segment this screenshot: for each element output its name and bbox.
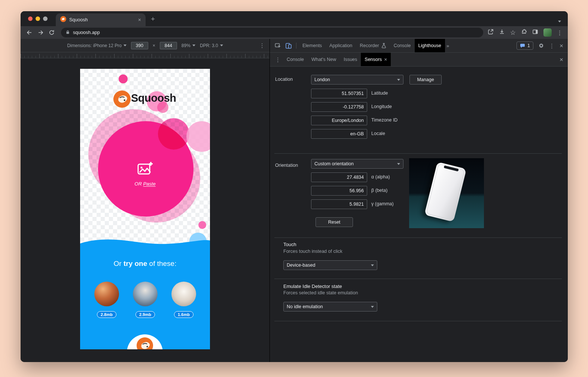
location-select[interactable]: London (311, 75, 403, 85)
orientation-select[interactable]: Custom orientation (311, 159, 403, 169)
redpanda-thumb-image[interactable] (94, 282, 119, 306)
dpr-select[interactable]: DPR: 3.0 (200, 43, 223, 48)
reset-button[interactable]: Reset (316, 217, 353, 227)
browser-tab[interactable]: Squoosh × (56, 13, 146, 26)
sensors-panel: Location London Manage 51.507351 Latitud… (270, 67, 568, 362)
manage-button[interactable]: Manage (409, 75, 442, 85)
side-panel-icon[interactable] (532, 29, 538, 36)
sample-image-phone[interactable]: 1.6mb (171, 282, 196, 318)
paste-link[interactable]: Paste (143, 181, 155, 187)
tab-lighthouse[interactable]: Lighthouse (415, 39, 445, 52)
address-bar[interactable]: squoosh.app (61, 28, 483, 37)
sample-image-redpanda[interactable]: 2.8mb (94, 282, 119, 318)
blue-wave (80, 237, 210, 248)
device-ruler (21, 52, 269, 58)
squoosh-bottom-logo-icon (137, 337, 153, 349)
close-window-button[interactable] (28, 16, 33, 21)
profile-avatar[interactable] (543, 28, 552, 37)
bookmark-star-icon[interactable]: ☆ (510, 30, 516, 36)
device-toolbar-menu-kebab-icon[interactable]: ⋮ (259, 42, 265, 49)
location-label: Location (275, 77, 293, 82)
device-width-input[interactable]: 390 (131, 42, 148, 49)
size-badge: 1.6mb (174, 311, 194, 318)
latitude-label: Latitude (371, 91, 388, 96)
beta-input[interactable]: 56.956 (311, 186, 367, 196)
more-tabs-chevron-icon[interactable]: » (445, 43, 451, 49)
size-badge: 2.8mb (97, 311, 116, 318)
device-toolbar-toggle-icon[interactable] (283, 42, 294, 49)
devtools-tab-bar: Elements Application Recorder Console Li… (270, 39, 568, 53)
tab-elements[interactable]: Elements (299, 39, 326, 52)
settings-gear-icon[interactable] (538, 43, 544, 49)
tab-application[interactable]: Application (326, 39, 356, 52)
inspect-icon[interactable] (273, 42, 283, 49)
idle-detector-select[interactable]: No idle emulation (283, 302, 377, 312)
drawer-close-icon[interactable]: × (560, 56, 563, 63)
device-dimensions-select[interactable]: Dimensions: iPhone 12 Pro (67, 43, 126, 48)
gamma-input[interactable]: 5.9821 (311, 199, 367, 209)
device-height-input[interactable]: 844 (160, 42, 177, 49)
forward-button[interactable] (36, 30, 45, 36)
timezone-input[interactable]: Europe/London (311, 116, 367, 125)
drawer-tab-whats-new[interactable]: What's New (308, 53, 340, 66)
touch-select[interactable]: Device-based (283, 260, 377, 270)
devtools-menu-kebab-icon[interactable]: ⋮ (549, 43, 555, 49)
tab-recorder[interactable]: Recorder (356, 39, 390, 52)
phone-thumb-image[interactable] (171, 282, 196, 306)
section-separator (274, 321, 562, 321)
open-in-new-icon[interactable] (488, 29, 494, 36)
tab-console[interactable]: Console (390, 39, 415, 52)
longitude-input[interactable]: -0.127758 (311, 102, 367, 112)
devtools-close-icon[interactable]: × (560, 43, 563, 49)
tab-search-chevron-icon[interactable] (558, 17, 561, 24)
drawer-tab-issues[interactable]: Issues (340, 53, 361, 66)
reload-button[interactable] (47, 30, 57, 36)
devtools-pane: Elements Application Recorder Console Li… (270, 39, 568, 362)
tab-close-icon[interactable]: × (138, 17, 141, 22)
download-icon[interactable] (499, 29, 505, 36)
main-area: Dimensions: iPhone 12 Pro 390 × 844 89% … (21, 39, 568, 362)
idle-detector-description: Forces selected idle state emulation (283, 290, 358, 295)
alpha-input[interactable]: 27.4834 (311, 172, 367, 182)
sensors-tab-close-icon[interactable]: × (384, 57, 387, 62)
lock-icon (65, 30, 70, 36)
console-messages-badge[interactable]: 1 (517, 42, 533, 50)
phone-3d-model (424, 162, 467, 222)
drawer-tab-console[interactable]: Console (283, 53, 308, 66)
device-emulation-pane: Dimensions: iPhone 12 Pro 390 × 844 89% … (21, 39, 270, 362)
extensions-puzzle-icon[interactable] (521, 29, 527, 36)
minimize-window-button[interactable] (36, 16, 40, 21)
sample-image-dog[interactable]: 2.9mb (133, 282, 158, 318)
back-button[interactable] (24, 30, 34, 36)
drawer-tab-sensors[interactable]: Sensors × (361, 53, 391, 66)
add-image-icon[interactable] (137, 160, 153, 179)
or-label: OR (134, 181, 143, 187)
url-text: squoosh.app (73, 30, 100, 35)
touch-description: Forces touch instead of click (283, 249, 342, 254)
dog-thumb-image[interactable] (133, 282, 158, 306)
zoom-select[interactable]: 89% (182, 43, 195, 48)
pink-blob-right-1 (158, 118, 189, 150)
squoosh-favicon-icon (60, 16, 66, 24)
or-paste-text: OR Paste (80, 181, 210, 187)
drawer-menu-kebab-icon[interactable]: ⋮ (273, 57, 283, 62)
timezone-label: Timezone ID (371, 117, 397, 123)
locale-input[interactable]: en-GB (311, 129, 367, 139)
orientation-label: Orientation (275, 163, 298, 168)
pink-blob-right-2 (186, 121, 210, 152)
device-toolbar: Dimensions: iPhone 12 Pro 390 × 844 89% … (21, 39, 269, 52)
locale-label: Locale (371, 131, 385, 136)
phone-orientation-preview[interactable] (409, 158, 484, 228)
chevron-down-icon (371, 306, 374, 308)
window-controls (28, 16, 48, 21)
latitude-input[interactable]: 51.507351 (311, 89, 367, 98)
pink-dot-blob (119, 74, 128, 83)
drawer-tab-bar: ⋮ Console What's New Issues Sensors × × (270, 53, 568, 67)
gamma-label: γ (gamma) (371, 201, 394, 206)
tab-title: Squoosh (69, 17, 135, 22)
device-canvas: Squoosh OR Paste Or try one of these: (21, 58, 269, 362)
browser-menu-kebab-icon[interactable]: ⋮ (557, 30, 563, 36)
beta-label: β (beta) (371, 188, 387, 193)
new-tab-button[interactable]: + (151, 15, 155, 22)
zoom-window-button[interactable] (43, 16, 48, 21)
